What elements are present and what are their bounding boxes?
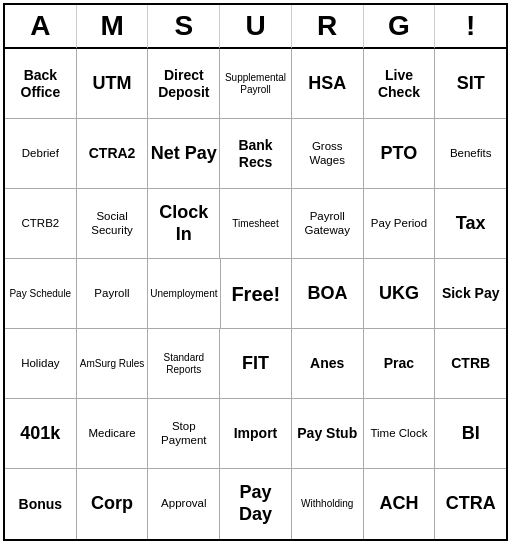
cell-5-0[interactable]: 401k [5, 399, 77, 469]
cell-6-1[interactable]: Corp [77, 469, 149, 539]
header-cell-A: A [5, 5, 77, 49]
header-cell-!: ! [435, 5, 506, 49]
cell-3-4[interactable]: BOA [292, 259, 364, 329]
cell-1-4[interactable]: Gross Wages [292, 119, 364, 189]
header-cell-M: M [77, 5, 149, 49]
cell-0-6[interactable]: SIT [435, 49, 506, 119]
row-2: CTRB2Social SecurityClock InTimesheetPay… [5, 189, 506, 259]
cell-3-0[interactable]: Pay Schedule [5, 259, 77, 329]
cell-0-5[interactable]: Live Check [364, 49, 436, 119]
cell-5-5[interactable]: Time Clock [364, 399, 436, 469]
grid: Back OfficeUTMDirect DepositSupplemental… [5, 49, 506, 539]
header-cell-G: G [364, 5, 436, 49]
cell-1-6[interactable]: Benefits [435, 119, 506, 189]
header-cell-U: U [220, 5, 292, 49]
cell-6-0[interactable]: Bonus [5, 469, 77, 539]
bingo-card: AMSURG! Back OfficeUTMDirect DepositSupp… [3, 3, 508, 541]
cell-2-6[interactable]: Tax [435, 189, 506, 259]
cell-6-5[interactable]: ACH [364, 469, 436, 539]
cell-4-1[interactable]: AmSurg Rules [77, 329, 149, 399]
cell-6-6[interactable]: CTRA [435, 469, 506, 539]
cell-3-6[interactable]: Sick Pay [435, 259, 506, 329]
cell-2-1[interactable]: Social Security [77, 189, 149, 259]
cell-0-2[interactable]: Direct Deposit [148, 49, 220, 119]
row-6: BonusCorpApprovalPay DayWithholdingACHCT… [5, 469, 506, 539]
row-1: DebriefCTRA2Net PayBank RecsGross WagesP… [5, 119, 506, 189]
header-cell-R: R [292, 5, 364, 49]
cell-2-2[interactable]: Clock In [148, 189, 220, 259]
cell-4-4[interactable]: Anes [292, 329, 364, 399]
cell-4-0[interactable]: Holiday [5, 329, 77, 399]
cell-5-2[interactable]: Stop Payment [148, 399, 220, 469]
cell-2-3[interactable]: Timesheet [220, 189, 292, 259]
cell-2-4[interactable]: Payroll Gateway [292, 189, 364, 259]
cell-3-5[interactable]: UKG [364, 259, 436, 329]
cell-4-2[interactable]: Standard Reports [148, 329, 220, 399]
cell-1-3[interactable]: Bank Recs [220, 119, 292, 189]
cell-5-6[interactable]: BI [435, 399, 506, 469]
cell-5-1[interactable]: Medicare [77, 399, 149, 469]
cell-1-2[interactable]: Net Pay [148, 119, 220, 189]
cell-6-2[interactable]: Approval [148, 469, 220, 539]
cell-5-3[interactable]: Import [220, 399, 292, 469]
cell-0-0[interactable]: Back Office [5, 49, 77, 119]
cell-0-4[interactable]: HSA [292, 49, 364, 119]
cell-4-6[interactable]: CTRB [435, 329, 506, 399]
cell-6-4[interactable]: Withholding [292, 469, 364, 539]
cell-3-2[interactable]: Unemployment [148, 259, 220, 329]
cell-1-1[interactable]: CTRA2 [77, 119, 149, 189]
cell-0-3[interactable]: Supplemental Payroll [220, 49, 292, 119]
cell-4-3[interactable]: FIT [220, 329, 292, 399]
row-4: HolidayAmSurg RulesStandard ReportsFITAn… [5, 329, 506, 399]
cell-0-1[interactable]: UTM [77, 49, 149, 119]
header-cell-S: S [148, 5, 220, 49]
row-0: Back OfficeUTMDirect DepositSupplemental… [5, 49, 506, 119]
row-5: 401kMedicareStop PaymentImportPay StubTi… [5, 399, 506, 469]
cell-6-3[interactable]: Pay Day [220, 469, 292, 539]
cell-2-5[interactable]: Pay Period [364, 189, 436, 259]
cell-1-5[interactable]: PTO [364, 119, 436, 189]
cell-1-0[interactable]: Debrief [5, 119, 77, 189]
row-3: Pay SchedulePayrollUnemploymentFree!BOAU… [5, 259, 506, 329]
cell-4-5[interactable]: Prac [364, 329, 436, 399]
cell-2-0[interactable]: CTRB2 [5, 189, 77, 259]
cell-5-4[interactable]: Pay Stub [292, 399, 364, 469]
cell-3-3[interactable]: Free! [221, 259, 293, 329]
cell-3-1[interactable]: Payroll [77, 259, 149, 329]
header-row: AMSURG! [5, 5, 506, 49]
